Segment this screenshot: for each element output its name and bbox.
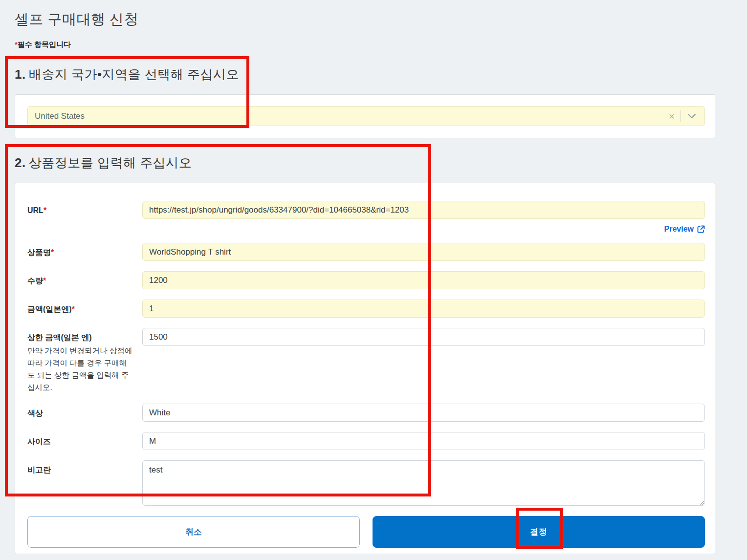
quantity-required-mark: * <box>43 277 46 285</box>
max-price-label: 상한 금액(일본 엔) <box>27 333 92 342</box>
external-link-icon <box>697 225 705 233</box>
url-required-mark: * <box>44 206 46 215</box>
preview-row: Preview <box>27 225 705 234</box>
section1-heading: 1.배송지 국가•지역을 선택해 주십시오 <box>15 66 715 83</box>
field-row-remarks: 비고란 test <box>27 460 705 508</box>
field-row-product-name: 상품명* <box>27 243 705 261</box>
country-select-value: United States <box>35 111 663 121</box>
price-required-mark: * <box>72 305 75 313</box>
product-name-input[interactable] <box>142 243 705 261</box>
button-row: 취소 결정 <box>27 516 705 548</box>
cancel-button[interactable]: 취소 <box>27 516 360 548</box>
remarks-label: 비고란 <box>27 466 51 474</box>
field-row-url: URL* <box>27 201 705 219</box>
remarks-textarea[interactable]: test <box>142 460 705 506</box>
page-title: 셀프 구매대행 신청 <box>15 10 715 29</box>
max-price-input[interactable] <box>142 328 705 346</box>
quantity-label: 수량 <box>27 277 43 285</box>
url-input[interactable] <box>142 201 705 219</box>
preview-label: Preview <box>664 225 694 234</box>
chevron-down-icon[interactable] <box>681 114 697 119</box>
color-input[interactable] <box>142 404 705 422</box>
submit-button[interactable]: 결정 <box>373 516 705 548</box>
section2-number: 2. <box>15 155 26 170</box>
product-info-card: URL* Preview 상품명* <box>15 183 715 554</box>
product-name-required-mark: * <box>51 248 54 257</box>
section2-heading: 2.상품정보를 입력해 주십시오 <box>15 154 715 172</box>
max-price-help: 만약 가격이 변경되거나 상점에 따라 가격이 다를 경우 구매해도 되는 상한… <box>27 345 132 393</box>
field-row-size: 사이즈 <box>27 432 705 450</box>
product-name-label: 상품명 <box>27 248 51 257</box>
section1-number: 1. <box>15 67 26 82</box>
field-row-max-price: 상한 금액(일본 엔) 만약 가격이 변경되거나 상점에 따라 가격이 다를 경… <box>27 328 705 393</box>
required-note-text: 필수 항목입니다 <box>18 40 71 48</box>
country-card: United States × <box>15 94 715 138</box>
required-note: *필수 항목입니다 <box>15 40 715 49</box>
clear-icon[interactable]: × <box>663 111 681 121</box>
quantity-input[interactable] <box>142 271 705 289</box>
field-row-color: 색상 <box>27 404 705 422</box>
size-label: 사이즈 <box>27 437 51 446</box>
preview-link[interactable]: Preview <box>664 225 705 234</box>
url-label: URL <box>27 206 44 215</box>
section2-heading-text: 상품정보를 입력해 주십시오 <box>29 155 192 170</box>
section1-heading-text: 배송지 국가•지역을 선택해 주십시오 <box>29 67 239 82</box>
country-select[interactable]: United States × <box>27 106 705 126</box>
field-row-price: 금액(일본엔)* <box>27 300 705 318</box>
field-row-quantity: 수량* <box>27 271 705 289</box>
price-input[interactable] <box>142 300 705 318</box>
color-label: 색상 <box>27 409 43 417</box>
price-label: 금액(일본엔) <box>27 305 72 313</box>
size-input[interactable] <box>142 432 705 450</box>
page-content: 셀프 구매대행 신청 *필수 항목입니다 1.배송지 국가•지역을 선택해 주십… <box>0 0 747 554</box>
